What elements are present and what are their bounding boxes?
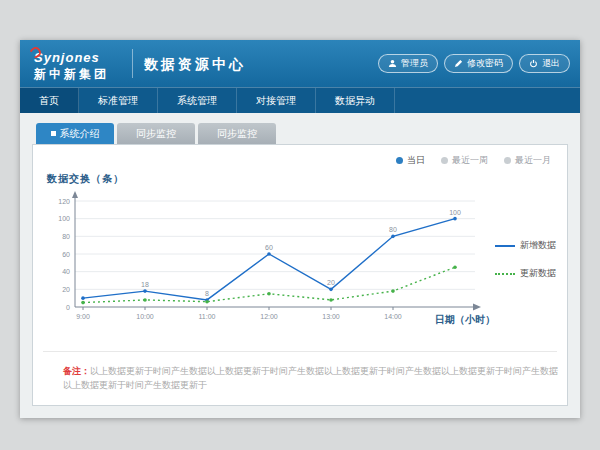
nav-item-3[interactable]: 对接管理	[237, 88, 316, 113]
series-legend-item-1[interactable]: 更新数据	[495, 267, 561, 280]
radio-dot-icon	[441, 157, 448, 164]
series-legend: 新增数据更新数据	[495, 239, 561, 295]
svg-text:0: 0	[66, 304, 70, 311]
footnote: 备注：以上数据更新于时间产生数据以上数据更新于时间产生数据以上数据更新于时间产生…	[63, 365, 563, 392]
user-button[interactable]: 管理员	[378, 54, 438, 73]
header-divider	[132, 49, 133, 78]
svg-text:40: 40	[62, 268, 70, 275]
svg-text:80: 80	[389, 226, 397, 233]
radio-dot-icon	[396, 157, 403, 164]
series-name: 更新数据	[520, 267, 556, 280]
range-option-0[interactable]: 当日	[396, 154, 425, 167]
svg-text:12:00: 12:00	[260, 313, 278, 320]
svg-text:100: 100	[58, 215, 70, 222]
app-header: Synjones 新中新集团 数据资源中心 管理员 修改密码 退出	[20, 40, 580, 87]
svg-text:60: 60	[62, 251, 70, 258]
svg-text:10:00: 10:00	[136, 313, 154, 320]
range-label: 当日	[407, 154, 425, 167]
header-actions: 管理员 修改密码 退出	[378, 54, 570, 73]
content-area: 系统介绍同步监控同步监控 当日最近一周最近一月 数据交换（条） 02040608…	[20, 113, 580, 418]
logout-label: 退出	[542, 57, 560, 70]
logout-button[interactable]: 退出	[519, 54, 570, 73]
series-name: 新增数据	[520, 239, 556, 252]
brand-logo: Synjones 新中新集团	[34, 47, 109, 82]
pencil-icon	[454, 59, 463, 68]
series-legend-item-0[interactable]: 新增数据	[495, 239, 561, 252]
y-axis-title: 数据交换（条）	[47, 172, 124, 186]
user-label: 管理员	[401, 57, 428, 70]
change-password-label: 修改密码	[467, 57, 503, 70]
nav-item-0[interactable]: 首页	[20, 88, 79, 113]
nav-item-2[interactable]: 系统管理	[158, 88, 237, 113]
tab-2[interactable]: 同步监控	[198, 123, 276, 144]
svg-text:8: 8	[205, 290, 209, 297]
tab-1[interactable]: 同步监控	[117, 123, 195, 144]
series-line-sample-icon	[495, 245, 515, 247]
change-password-button[interactable]: 修改密码	[444, 54, 513, 73]
x-axis-title: 日期（小时）	[435, 313, 495, 327]
brand-logo-text: Synjones	[34, 50, 100, 66]
nav-item-4[interactable]: 数据异动	[316, 88, 395, 113]
svg-text:11:00: 11:00	[199, 313, 216, 320]
line-chart: 0204060801001209:0010:0011:0012:0013:001…	[39, 189, 499, 329]
svg-text:60: 60	[265, 244, 273, 251]
footnote-label: 备注：	[63, 366, 90, 376]
svg-text:20: 20	[62, 286, 70, 293]
nav-menu: 首页标准管理系统管理对接管理数据异动	[20, 87, 580, 113]
chart-panel: 当日最近一周最近一月 数据交换（条） 0204060801001209:0010…	[32, 144, 568, 406]
series-line-sample-icon	[495, 273, 515, 275]
footnote-text: 以上数据更新于时间产生数据以上数据更新于时间产生数据以上数据更新于时间产生数据以…	[63, 366, 558, 390]
range-label: 最近一月	[515, 154, 551, 167]
svg-text:13:00: 13:00	[322, 313, 340, 320]
tab-bar: 系统介绍同步监控同步监控	[36, 123, 568, 144]
svg-text:20: 20	[327, 279, 335, 286]
svg-text:100: 100	[449, 209, 461, 216]
svg-text:80: 80	[62, 233, 70, 240]
user-icon	[388, 59, 397, 68]
range-option-2[interactable]: 最近一月	[504, 154, 551, 167]
range-label: 最近一周	[452, 154, 488, 167]
svg-text:14:00: 14:00	[384, 313, 402, 320]
nav-item-1[interactable]: 标准管理	[79, 88, 158, 113]
brand-company-name: 新中新集团	[34, 67, 109, 81]
range-legend: 当日最近一周最近一月	[396, 154, 551, 167]
svg-text:18: 18	[141, 281, 149, 288]
svg-text:120: 120	[58, 198, 70, 205]
radio-dot-icon	[504, 157, 511, 164]
main-window: Synjones 新中新集团 数据资源中心 管理员 修改密码 退出 首页标准管理…	[20, 40, 580, 418]
range-option-1[interactable]: 最近一周	[441, 154, 488, 167]
svg-text:9:00: 9:00	[76, 313, 90, 320]
power-icon	[529, 59, 538, 68]
page-title: 数据资源中心	[144, 56, 246, 74]
tab-bullet-icon	[51, 131, 56, 136]
tab-0[interactable]: 系统介绍	[36, 123, 114, 144]
panel-divider	[43, 351, 557, 352]
